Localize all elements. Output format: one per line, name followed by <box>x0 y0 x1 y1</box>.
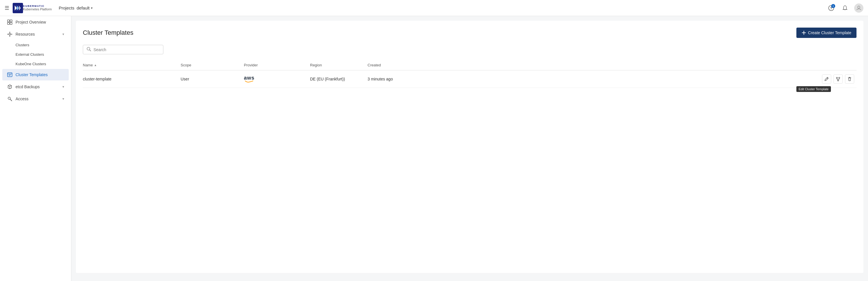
resources-chevron-icon: ▾ <box>62 32 64 36</box>
sidebar-item-resources[interactable]: Resources ▾ <box>2 29 69 40</box>
topnav-icons: ? 1 <box>827 3 863 13</box>
cluster-templates-table: Name ▲ Scope Provider Region Created <box>83 60 857 88</box>
default-project-selector[interactable]: default ▾ <box>76 5 92 10</box>
svg-point-12 <box>9 32 10 33</box>
cell-name: cluster-template <box>83 77 181 81</box>
svg-rect-10 <box>10 23 12 25</box>
sidebar: Project Overview Resources ▾ Clusters Ex… <box>0 16 71 281</box>
svg-line-30 <box>90 50 91 51</box>
resources-icon <box>7 31 13 37</box>
access-label: Access <box>16 97 62 101</box>
header-name[interactable]: Name ▲ <box>83 63 181 67</box>
aws-logo: aws <box>244 75 310 83</box>
cluster-templates-label: Cluster Templates <box>16 72 64 77</box>
sidebar-item-external-clusters[interactable]: External Clusters <box>2 50 69 59</box>
user-icon <box>856 5 861 11</box>
default-project-label: default <box>76 5 89 10</box>
access-icon <box>7 96 13 102</box>
create-cluster-template-button[interactable]: Create Cluster Template <box>796 28 857 38</box>
svg-point-6 <box>858 6 860 8</box>
fork-icon <box>836 77 840 81</box>
kubeone-clusters-label: KubeOne Clusters <box>16 62 46 66</box>
trash-icon <box>847 77 852 81</box>
hamburger-menu[interactable]: ☰ <box>5 5 9 11</box>
page-header: Cluster Templates Create Cluster Templat… <box>83 28 857 38</box>
sidebar-item-etcd-backups[interactable]: etcd Backups ▾ <box>2 81 69 93</box>
table-header: Name ▲ Scope Provider Region Created <box>83 60 857 70</box>
etcd-backups-label: etcd Backups <box>16 84 62 89</box>
cell-provider: aws <box>244 75 310 83</box>
edit-cluster-template-button[interactable]: Edit Cluster Template <box>822 74 831 83</box>
sidebar-item-kubeone-clusters[interactable]: KubeOne Clusters <box>2 60 69 68</box>
sidebar-item-project-overview[interactable]: Project Overview <box>2 16 69 28</box>
svg-point-35 <box>838 80 839 81</box>
cell-actions: Edit Cluster Template <box>822 74 857 83</box>
edit-icon <box>824 77 829 81</box>
sidebar-item-access[interactable]: Access ▾ <box>2 93 69 105</box>
svg-point-13 <box>9 36 10 37</box>
logo-text: KUBERMATIC Kubernetes Platform <box>23 5 52 11</box>
header-provider: Provider <box>244 63 310 67</box>
etcd-chevron-icon: ▾ <box>62 85 64 89</box>
chevron-down-icon: ▾ <box>91 6 93 10</box>
header-created: Created <box>368 63 822 67</box>
edit-tooltip: Edit Cluster Template <box>796 86 831 92</box>
external-clusters-label: External Clusters <box>16 52 44 57</box>
logo-kubermatic: KUBERMATIC <box>23 5 52 8</box>
svg-point-14 <box>7 34 8 35</box>
sort-asc-icon: ▲ <box>94 64 97 67</box>
etcd-backups-icon <box>7 84 13 90</box>
svg-rect-7 <box>7 20 9 22</box>
bell-icon <box>842 5 848 11</box>
page-title: Cluster Templates <box>83 29 133 36</box>
svg-rect-9 <box>7 23 9 25</box>
aws-smile-icon <box>244 80 254 83</box>
search-input[interactable] <box>93 47 160 52</box>
search-box <box>83 45 163 54</box>
search-icon <box>87 47 91 52</box>
header-region: Region <box>310 63 368 67</box>
svg-point-15 <box>11 34 12 35</box>
sidebar-item-cluster-templates[interactable]: Cluster Templates <box>2 69 69 80</box>
svg-line-26 <box>10 99 12 101</box>
main-content: Cluster Templates Create Cluster Templat… <box>71 16 868 281</box>
clusters-label: Clusters <box>16 43 29 47</box>
plus-icon <box>802 31 806 35</box>
svg-point-33 <box>836 77 838 78</box>
content-panel: Cluster Templates Create Cluster Templat… <box>76 21 863 273</box>
sidebar-item-clusters[interactable]: Clusters <box>2 40 69 49</box>
user-avatar[interactable] <box>854 3 863 13</box>
logo-platform: Kubernetes Platform <box>23 7 52 11</box>
notifications-button[interactable] <box>840 3 849 13</box>
table-row: cluster-template User aws DE (EU (Frankf… <box>83 70 857 88</box>
help-badge: 1 <box>831 4 835 8</box>
cell-scope: User <box>181 77 244 81</box>
svg-line-32 <box>827 78 828 79</box>
aws-text: aws <box>244 75 254 80</box>
topnav: ☰ KUBERMATIC Kubernetes Platform Project… <box>0 0 868 16</box>
create-button-label: Create Cluster Template <box>808 31 851 35</box>
kkp-logo-icon <box>13 3 23 13</box>
svg-rect-8 <box>10 20 12 22</box>
cluster-templates-icon <box>7 72 13 78</box>
row-actions: Edit Cluster Template <box>822 74 857 83</box>
svg-point-11 <box>9 33 11 35</box>
grid-icon <box>7 19 13 25</box>
projects-link[interactable]: Projects <box>59 5 74 10</box>
project-overview-label: Project Overview <box>16 20 64 25</box>
help-button[interactable]: ? 1 <box>827 3 836 13</box>
cell-created: 3 minutes ago <box>368 77 822 81</box>
delete-cluster-template-button[interactable] <box>845 74 854 83</box>
header-scope: Scope <box>181 63 244 67</box>
svg-point-34 <box>839 77 840 78</box>
resources-label: Resources <box>16 32 62 36</box>
access-chevron-icon: ▾ <box>62 97 64 101</box>
logo: KUBERMATIC Kubernetes Platform <box>13 3 52 13</box>
header-actions <box>822 63 857 67</box>
cell-region: DE (EU (Frankfurt)) <box>310 77 368 81</box>
create-cluster-from-template-button[interactable] <box>834 74 843 83</box>
